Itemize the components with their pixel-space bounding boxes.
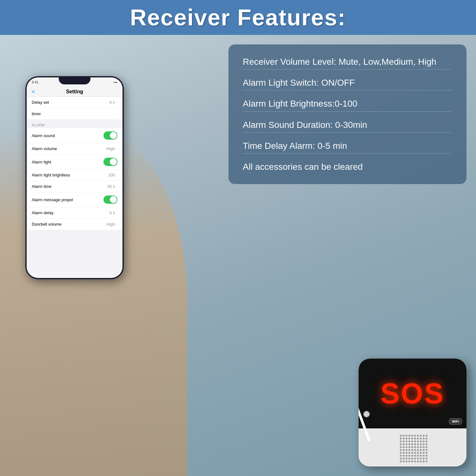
speaker-dot bbox=[408, 452, 410, 454]
phone-notch bbox=[59, 76, 90, 84]
speaker-dot bbox=[408, 440, 410, 442]
wifi-icon: WiFi bbox=[452, 420, 459, 423]
speaker-dot bbox=[403, 443, 405, 445]
alarm-delay-label: Alarm delay bbox=[32, 210, 54, 215]
speaker-dot bbox=[408, 455, 410, 457]
doorbell-volume-value: High › bbox=[107, 222, 117, 227]
feature-divider-1 bbox=[243, 90, 452, 90]
speaker-dot bbox=[403, 438, 405, 440]
settings-row-alarm-volume[interactable]: Alarm volume High › bbox=[27, 143, 122, 155]
speaker-dot bbox=[423, 460, 425, 462]
alarm-message-toggle[interactable] bbox=[103, 195, 117, 204]
feature-light-switch-text: Alarm Light Switch: ON/OFF bbox=[243, 76, 452, 89]
speaker-dot bbox=[400, 458, 402, 459]
speaker-dot bbox=[400, 443, 402, 445]
doorbell-volume-label: Doorbell volume bbox=[32, 222, 62, 227]
speaker-dot bbox=[417, 458, 419, 459]
speaker-dot bbox=[406, 460, 407, 462]
speaker-dot bbox=[408, 438, 410, 440]
speaker-dot bbox=[414, 438, 416, 440]
feature-clear: All accessories can be cleared bbox=[243, 161, 452, 173]
phone-nav-bar: < Setting bbox=[27, 87, 122, 97]
speaker-dot bbox=[423, 452, 425, 454]
features-panel: Receiver Volume Level: Mute, Low,Medium,… bbox=[228, 44, 466, 184]
speaker-dot bbox=[423, 443, 425, 445]
settings-row-alarm-brightness[interactable]: Alarm light brightless 100 › bbox=[27, 169, 122, 181]
speaker-dot bbox=[426, 446, 427, 448]
speaker-dot bbox=[426, 440, 427, 442]
phone-device: 9:41 ▪▪▪ < Setting Delay set 0 s › timer… bbox=[25, 76, 124, 279]
speaker-dot bbox=[417, 460, 419, 462]
speaker-dot bbox=[417, 440, 419, 442]
speaker-dot bbox=[426, 452, 427, 454]
speaker-dot bbox=[408, 460, 410, 462]
feature-divider-2 bbox=[243, 111, 452, 112]
status-time: 9:41 bbox=[32, 80, 38, 84]
speaker-dot bbox=[423, 446, 425, 448]
speaker-dot bbox=[411, 446, 413, 448]
speaker-dot bbox=[411, 455, 413, 457]
speaker-dot bbox=[423, 440, 425, 442]
speaker-dot bbox=[411, 443, 413, 445]
speaker-dot bbox=[423, 455, 425, 457]
speaker-dot bbox=[417, 438, 419, 440]
speaker-dot bbox=[403, 449, 405, 451]
speaker-dot bbox=[408, 458, 410, 459]
toggle-thumb-2 bbox=[110, 158, 117, 165]
settings-row-doorbell-volume[interactable]: Doorbell volume High › bbox=[27, 219, 122, 230]
speaker-dot bbox=[417, 452, 419, 454]
speaker-dot bbox=[406, 438, 407, 440]
feature-brightness: Alarm Light Brightness:0-100 bbox=[243, 97, 452, 111]
alarm-brightness-value: 100 › bbox=[108, 173, 117, 177]
phone-screen: 9:41 ▪▪▪ < Setting Delay set 0 s › timer… bbox=[27, 77, 122, 278]
settings-row-alarm-light[interactable]: Alarm light bbox=[27, 155, 122, 169]
speaker-dot bbox=[417, 435, 419, 437]
speaker-dot bbox=[408, 449, 410, 451]
speaker-dot bbox=[411, 460, 413, 462]
speaker-area bbox=[359, 428, 466, 466]
speaker-dot bbox=[406, 440, 407, 442]
speaker-dot bbox=[408, 446, 410, 448]
settings-row-alarm-sound[interactable]: Alarm sound bbox=[27, 128, 122, 143]
alarm-time-value: 30 s › bbox=[107, 184, 117, 189]
speaker-dot bbox=[426, 458, 427, 459]
speaker-dot bbox=[403, 435, 405, 437]
sos-device: SOS WiFi bbox=[359, 359, 466, 466]
settings-general-group: Delay set 0 s › timer › bbox=[27, 97, 122, 119]
alarm-volume-value: High › bbox=[107, 146, 117, 151]
settings-row-alarm-time[interactable]: Alarm time 30 s › bbox=[27, 181, 122, 192]
sos-text: SOS bbox=[380, 377, 445, 410]
alarm-section-label: Alarm bbox=[27, 119, 122, 128]
speaker-dot bbox=[403, 458, 405, 459]
alarm-message-label: Alarm message propel bbox=[32, 197, 73, 202]
toggle-thumb-3 bbox=[110, 196, 117, 203]
speaker-dot bbox=[411, 458, 413, 459]
feature-volume: Receiver Volume Level: Mute, Low,Medium,… bbox=[243, 56, 452, 69]
nav-back-button[interactable]: < bbox=[32, 89, 35, 95]
speaker-dot bbox=[426, 460, 427, 462]
settings-row-timer[interactable]: timer › bbox=[27, 108, 122, 119]
phone-area: 9:41 ▪▪▪ < Setting Delay set 0 s › timer… bbox=[0, 35, 190, 476]
speaker-dot bbox=[420, 443, 422, 445]
speaker-dot bbox=[414, 449, 416, 451]
speaker-dot bbox=[414, 452, 416, 454]
speaker-dot bbox=[420, 440, 422, 442]
settings-row-alarm-delay[interactable]: Alarm delay 0 s › bbox=[27, 207, 122, 219]
speaker-dot bbox=[426, 435, 427, 437]
timer-value: › bbox=[116, 112, 117, 116]
speaker-dot bbox=[420, 438, 422, 440]
speaker-dot bbox=[414, 460, 416, 462]
feature-divider-3 bbox=[243, 132, 452, 133]
alarm-light-toggle[interactable] bbox=[103, 158, 117, 166]
speaker-dot bbox=[426, 438, 427, 440]
feature-volume-text: Receiver Volume Level: Mute, Low,Medium,… bbox=[243, 56, 452, 68]
speaker-dot bbox=[414, 458, 416, 459]
settings-row-alarm-message[interactable]: Alarm message propel bbox=[27, 192, 122, 207]
device-port bbox=[363, 411, 370, 417]
settings-row-delay-set[interactable]: Delay set 0 s › bbox=[27, 97, 122, 108]
nav-title: Setting bbox=[66, 89, 83, 95]
feature-divider-4 bbox=[243, 153, 452, 154]
alarm-sound-toggle[interactable] bbox=[103, 131, 117, 140]
speaker-dot bbox=[426, 449, 427, 451]
alarm-volume-label: Alarm volume bbox=[32, 146, 57, 151]
